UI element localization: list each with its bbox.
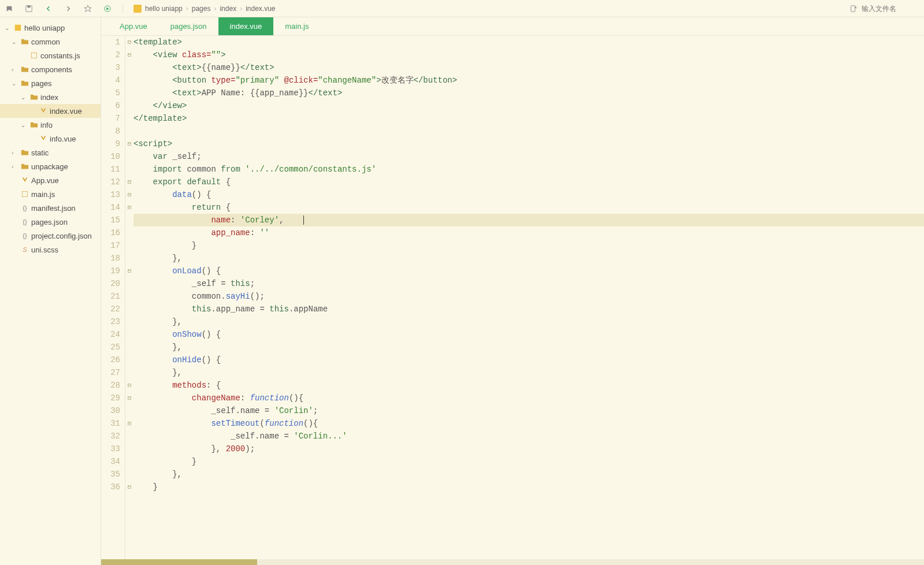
code-line[interactable]: import common from '../../common/constan… bbox=[133, 163, 924, 176]
code-line[interactable]: <text>{{name}}</text> bbox=[133, 61, 924, 74]
code-line[interactable]: _self.name = 'Corlin...' bbox=[133, 430, 924, 443]
code-line[interactable]: }, bbox=[133, 252, 924, 265]
chevron-right-icon[interactable]: › bbox=[12, 150, 18, 156]
tree-item-pages[interactable]: ⌄pages bbox=[0, 76, 101, 90]
code-line[interactable] bbox=[133, 125, 924, 137]
code-line[interactable]: } bbox=[133, 455, 924, 468]
chevron-down-icon[interactable]: ⌄ bbox=[12, 39, 18, 45]
fold-toggle[interactable]: ⊟ bbox=[125, 49, 133, 61]
save-icon[interactable] bbox=[24, 4, 34, 13]
folder-icon bbox=[21, 79, 29, 87]
code-line[interactable]: }, bbox=[133, 468, 924, 481]
code-line[interactable]: _self = this; bbox=[133, 277, 924, 290]
code-line[interactable]: onShow() { bbox=[133, 328, 924, 341]
fold-toggle[interactable]: ⊟ bbox=[125, 36, 133, 49]
tree-item-static[interactable]: ›static bbox=[0, 146, 101, 159]
fold-toggle[interactable]: ⊟ bbox=[125, 417, 133, 430]
fold-toggle[interactable]: ⊟ bbox=[125, 379, 133, 392]
tree-item-project-config-json[interactable]: {}project.config.json bbox=[0, 229, 101, 243]
code-line[interactable]: export default { bbox=[133, 176, 924, 188]
tree-item-App-vue[interactable]: App.vue bbox=[0, 173, 101, 187]
forward-icon[interactable] bbox=[64, 4, 73, 13]
horizontal-scrollbar[interactable] bbox=[101, 559, 924, 565]
code-line[interactable]: return { bbox=[133, 201, 924, 214]
code-line[interactable]: this.app_name = this.appName bbox=[133, 303, 924, 315]
new-file-icon[interactable] bbox=[849, 4, 858, 13]
chevron-right-icon[interactable]: › bbox=[12, 163, 18, 170]
line-number: 31 bbox=[101, 417, 120, 430]
code-line[interactable]: app_name: '' bbox=[133, 226, 924, 239]
tree-item-hello-uniapp[interactable]: ⌄hello uniapp bbox=[0, 21, 101, 35]
line-number: 36 bbox=[101, 481, 120, 493]
tree-item-info[interactable]: ⌄info bbox=[0, 118, 101, 132]
fold-toggle[interactable]: ⊟ bbox=[125, 201, 133, 214]
code-line[interactable]: _self.name = 'Corlin'; bbox=[133, 404, 924, 417]
tree-item-components[interactable]: ›components bbox=[0, 62, 101, 76]
fold-column[interactable]: ⊟⊟⊟⊟⊟⊟⊟⊟⊟⊟⊟ bbox=[125, 36, 133, 559]
scrollbar-thumb[interactable] bbox=[101, 559, 257, 565]
code-line[interactable]: data() { bbox=[133, 188, 924, 201]
chevron-down-icon[interactable]: ⌄ bbox=[12, 80, 18, 87]
code-line[interactable]: } bbox=[133, 239, 924, 252]
tree-item-main-js[interactable]: main.js bbox=[0, 187, 101, 201]
breadcrumb-item[interactable]: pages bbox=[192, 5, 211, 13]
fold-toggle[interactable]: ⊟ bbox=[125, 188, 133, 201]
code-line[interactable]: methods: { bbox=[133, 379, 924, 392]
tree-item-index-vue[interactable]: index.vue bbox=[0, 104, 101, 118]
code-line[interactable]: }, bbox=[133, 366, 924, 379]
chevron-down-icon[interactable]: ⌄ bbox=[21, 122, 28, 128]
code-line[interactable]: </view> bbox=[133, 99, 924, 112]
line-number: 23 bbox=[101, 315, 120, 328]
fold-toggle[interactable]: ⊟ bbox=[125, 137, 133, 150]
chevron-right-icon[interactable]: › bbox=[12, 66, 18, 73]
breadcrumb-item[interactable]: index.vue bbox=[246, 5, 275, 13]
code-line[interactable]: <text>APP Name: {{app_name}}</text> bbox=[133, 87, 924, 99]
fold-toggle bbox=[125, 404, 133, 417]
tree-item-uni-scss[interactable]: Suni.scss bbox=[0, 243, 101, 257]
code-line[interactable]: <template> bbox=[133, 36, 924, 49]
breadcrumb-item[interactable]: index bbox=[220, 5, 236, 13]
tree-item-pages-json[interactable]: {}pages.json bbox=[0, 215, 101, 229]
code-line[interactable]: </template> bbox=[133, 112, 924, 125]
fold-toggle[interactable]: ⊟ bbox=[125, 481, 133, 493]
code-line[interactable]: setTimeout(function(){ bbox=[133, 417, 924, 430]
search-input[interactable] bbox=[862, 5, 919, 13]
code-lines[interactable]: <template> <view class=""> <text>{{name}… bbox=[133, 36, 924, 559]
fold-toggle[interactable]: ⊟ bbox=[125, 265, 133, 277]
code-line[interactable]: } bbox=[133, 481, 924, 493]
code-line[interactable]: }, bbox=[133, 315, 924, 328]
chevron-down-icon[interactable]: ⌄ bbox=[5, 25, 12, 31]
back-icon[interactable] bbox=[44, 4, 53, 13]
breadcrumb-item[interactable]: hello uniapp bbox=[145, 5, 183, 13]
tree-item-index[interactable]: ⌄index bbox=[0, 90, 101, 104]
pin-icon[interactable] bbox=[5, 4, 14, 13]
chevron-down-icon[interactable]: ⌄ bbox=[21, 94, 28, 101]
tree-item-unpackage[interactable]: ›unpackage bbox=[0, 159, 101, 173]
code-line[interactable]: <script> bbox=[133, 137, 924, 150]
code-line[interactable]: <button type="primary" @click="changeNam… bbox=[133, 74, 924, 87]
code-line[interactable]: onLoad() { bbox=[133, 265, 924, 277]
line-number: 15 bbox=[101, 214, 120, 226]
fold-toggle[interactable]: ⊟ bbox=[125, 176, 133, 188]
tab-index-vue[interactable]: index.vue bbox=[218, 17, 274, 35]
code-line[interactable]: common.sayHi(); bbox=[133, 290, 924, 303]
tree-item-common[interactable]: ⌄common bbox=[0, 35, 101, 49]
tree-item-info-vue[interactable]: info.vue bbox=[0, 132, 101, 146]
code-editor[interactable]: 1234567891011121314151617181920212223242… bbox=[101, 36, 924, 559]
code-line[interactable]: <view class=""> bbox=[133, 49, 924, 61]
code-line[interactable]: changeName: function(){ bbox=[133, 392, 924, 404]
tab-App-vue[interactable]: App.vue bbox=[108, 17, 159, 35]
tab-pages-json[interactable]: pages.json bbox=[159, 17, 218, 35]
star-icon[interactable] bbox=[83, 4, 92, 13]
fold-toggle[interactable]: ⊟ bbox=[125, 392, 133, 404]
code-line[interactable]: onHide() { bbox=[133, 354, 924, 366]
code-line[interactable]: }, bbox=[133, 341, 924, 354]
code-line[interactable]: var _self; bbox=[133, 150, 924, 163]
tree-item-constants-js[interactable]: constants.js bbox=[0, 49, 101, 62]
tab-main-js[interactable]: main.js bbox=[273, 17, 320, 35]
run-icon[interactable] bbox=[103, 4, 112, 13]
tree-item-label: info bbox=[40, 121, 53, 129]
code-line[interactable]: }, 2000); bbox=[133, 443, 924, 455]
code-line[interactable]: name: 'Corley', bbox=[133, 214, 924, 226]
tree-item-manifest-json[interactable]: {}manifest.json bbox=[0, 201, 101, 215]
